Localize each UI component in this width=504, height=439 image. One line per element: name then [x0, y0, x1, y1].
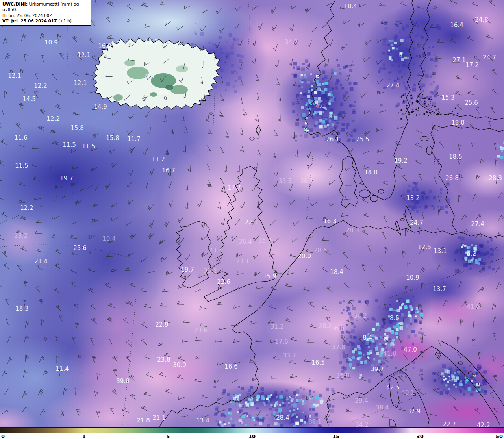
colorbar-tick: 5 — [166, 433, 170, 439]
info-title: UWC/DINI: Úrkomumætti (mm) og uv850. — [2, 2, 89, 13]
colorbar-ticks: 01510153050 — [0, 433, 504, 439]
precip-speckles — [219, 39, 504, 427]
graticule — [0, 0, 504, 427]
info-valid-time: VT: þri. 25.06.2024 01Z (+1 h) — [2, 18, 89, 24]
coast-finland — [417, 0, 503, 120]
map-canvas: 10.916.09.315.217.212.112.112.212.114.51… — [0, 0, 504, 428]
map-overlay-svg — [0, 0, 504, 427]
colorbar-tick: 30 — [417, 433, 424, 439]
weather-map-screenshot: 10.916.09.315.217.212.112.112.212.114.51… — [0, 0, 504, 439]
colorbar-tick: 0 — [1, 433, 5, 439]
info-init-time: IT: þri. 25. 06. 2024 00Z — [2, 13, 89, 18]
coast-ireland — [176, 221, 212, 288]
colorbar: 01510153050 — [0, 428, 504, 439]
model-info-box: UWC/DINI: Úrkomumætti (mm) og uv850. IT:… — [0, 0, 91, 26]
iceland-landmass — [93, 38, 220, 109]
colorbar-tick: 50 — [496, 433, 503, 439]
coast-great-britain — [204, 166, 277, 302]
coast-baltics — [434, 125, 504, 132]
colorbar-tick: 10 — [248, 433, 256, 439]
wind-barbs — [0, 0, 503, 419]
colorbar-gradient — [0, 428, 504, 433]
colorbar-tick: 1 — [82, 433, 86, 439]
coast-sardinia — [390, 419, 396, 426]
colorbar-tick: 15 — [332, 433, 339, 439]
coast-adriatic-west — [400, 346, 500, 425]
